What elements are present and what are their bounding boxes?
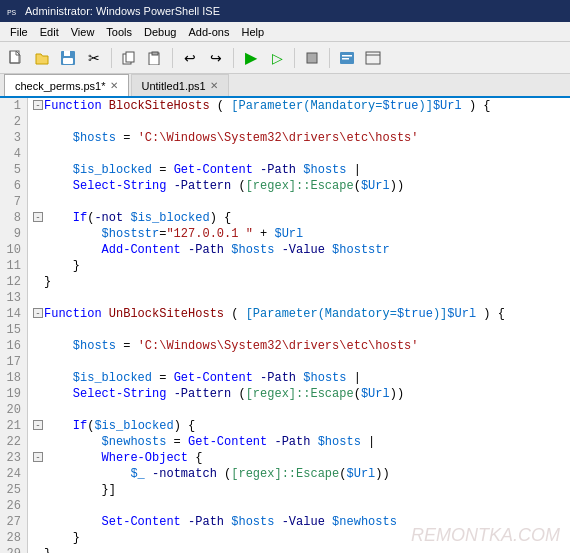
code-line: [32, 194, 570, 210]
run-button[interactable]: ▶: [239, 46, 263, 70]
fold-indicator[interactable]: -: [32, 210, 44, 226]
code-line: [32, 402, 570, 418]
line-number: 24: [6, 466, 21, 482]
line-number: 6: [6, 178, 21, 194]
code-line: $is_blocked = Get-Content -Path $hosts |: [32, 370, 570, 386]
run-selection-button[interactable]: ▷: [265, 46, 289, 70]
separator-3: [233, 48, 234, 68]
line-number: 27: [6, 514, 21, 530]
title-text: Administrator: Windows PowerShell ISE: [25, 5, 220, 17]
svg-rect-14: [342, 58, 349, 60]
code-line: }: [32, 530, 570, 546]
code-text: Function BlockSiteHosts ( [Parameter(Man…: [44, 98, 491, 114]
tab-check-perms[interactable]: check_perms.ps1* ✕: [4, 74, 129, 96]
code-line: [32, 354, 570, 370]
code-line: }: [32, 546, 570, 553]
code-text: [44, 194, 51, 210]
window-button[interactable]: [361, 46, 385, 70]
code-text: $_ -notmatch ([regex]::Escape($Url)): [44, 466, 390, 482]
code-text: [44, 146, 51, 162]
line-number: 17: [6, 354, 21, 370]
menu-edit[interactable]: Edit: [34, 24, 65, 40]
tab-untitled1-label: Untitled1.ps1: [142, 80, 206, 92]
code-line: -Function UnBlockSiteHosts ( [Parameter(…: [32, 306, 570, 322]
line-number: 12: [6, 274, 21, 290]
code-text: [44, 322, 51, 338]
line-number: 8: [6, 210, 21, 226]
line-number: 7: [6, 194, 21, 210]
svg-rect-11: [307, 53, 317, 63]
code-line: - Where-Object {: [32, 450, 570, 466]
tab-untitled1-close[interactable]: ✕: [210, 80, 218, 91]
menu-tools[interactable]: Tools: [100, 24, 138, 40]
line-number: 13: [6, 290, 21, 306]
line-number: 26: [6, 498, 21, 514]
copy-button[interactable]: [117, 46, 141, 70]
code-text: }: [44, 258, 80, 274]
menu-file[interactable]: File: [4, 24, 34, 40]
code-text: [44, 114, 51, 130]
code-line: [32, 146, 570, 162]
code-line: [32, 290, 570, 306]
separator-4: [294, 48, 295, 68]
code-line: $hosts = 'C:\Windows\System32\drivers\et…: [32, 338, 570, 354]
code-line: - If($is_blocked) {: [32, 418, 570, 434]
title-bar: PS Administrator: Windows PowerShell ISE: [0, 0, 570, 22]
redo-button[interactable]: ↪: [204, 46, 228, 70]
line-number: 20: [6, 402, 21, 418]
line-number: 25: [6, 482, 21, 498]
undo-button[interactable]: ↩: [178, 46, 202, 70]
code-text: }: [44, 546, 51, 553]
code-text: Where-Object {: [44, 450, 202, 466]
separator-2: [172, 48, 173, 68]
code-text: Add-Content -Path $hosts -Value $hoststr: [44, 242, 390, 258]
code-text: [44, 290, 51, 306]
paste-button[interactable]: [143, 46, 167, 70]
line-numbers: 1234567891011121314151617181920212223242…: [0, 98, 28, 553]
line-number: 29: [6, 546, 21, 553]
menu-help[interactable]: Help: [235, 24, 270, 40]
code-line: Set-Content -Path $hosts -Value $newhost…: [32, 514, 570, 530]
code-line: Select-String -Pattern ([regex]::Escape(…: [32, 178, 570, 194]
code-line: Add-Content -Path $hosts -Value $hoststr: [32, 242, 570, 258]
fold-indicator[interactable]: -: [32, 306, 44, 322]
menu-view[interactable]: View: [65, 24, 101, 40]
code-text: $newhosts = Get-Content -Path $hosts |: [44, 434, 375, 450]
menu-addons[interactable]: Add-ons: [182, 24, 235, 40]
line-number: 19: [6, 386, 21, 402]
debug-button[interactable]: [335, 46, 359, 70]
fold-indicator[interactable]: -: [32, 98, 44, 114]
line-number: 9: [6, 226, 21, 242]
line-number: 4: [6, 146, 21, 162]
code-line: $_ -notmatch ([regex]::Escape($Url)): [32, 466, 570, 482]
code-text: $is_blocked = Get-Content -Path $hosts |: [44, 370, 361, 386]
tab-check-perms-close[interactable]: ✕: [110, 80, 118, 91]
stop-button[interactable]: [300, 46, 324, 70]
code-line: [32, 322, 570, 338]
save-button[interactable]: [56, 46, 80, 70]
fold-indicator[interactable]: -: [32, 418, 44, 434]
code-text: Set-Content -Path $hosts -Value $newhost…: [44, 514, 397, 530]
code-line: -Function BlockSiteHosts ( [Parameter(Ma…: [32, 98, 570, 114]
line-number: 3: [6, 130, 21, 146]
svg-rect-13: [342, 55, 352, 57]
tab-check-perms-label: check_perms.ps1*: [15, 80, 106, 92]
svg-rect-10: [152, 52, 158, 55]
separator-1: [111, 48, 112, 68]
line-number: 10: [6, 242, 21, 258]
code-line: }: [32, 258, 570, 274]
menu-bar: File Edit View Tools Debug Add-ons Help: [0, 22, 570, 42]
fold-indicator[interactable]: -: [32, 450, 44, 466]
line-number: 5: [6, 162, 21, 178]
line-number: 21: [6, 418, 21, 434]
cut-button[interactable]: ✂: [82, 46, 106, 70]
line-number: 28: [6, 530, 21, 546]
line-number: 14: [6, 306, 21, 322]
code-line: Select-String -Pattern ([regex]::Escape(…: [32, 386, 570, 402]
open-button[interactable]: [30, 46, 54, 70]
menu-debug[interactable]: Debug: [138, 24, 182, 40]
tab-untitled1[interactable]: Untitled1.ps1 ✕: [131, 74, 229, 96]
new-button[interactable]: [4, 46, 28, 70]
code-content[interactable]: -Function BlockSiteHosts ( [Parameter(Ma…: [28, 98, 570, 553]
svg-rect-6: [63, 58, 73, 64]
